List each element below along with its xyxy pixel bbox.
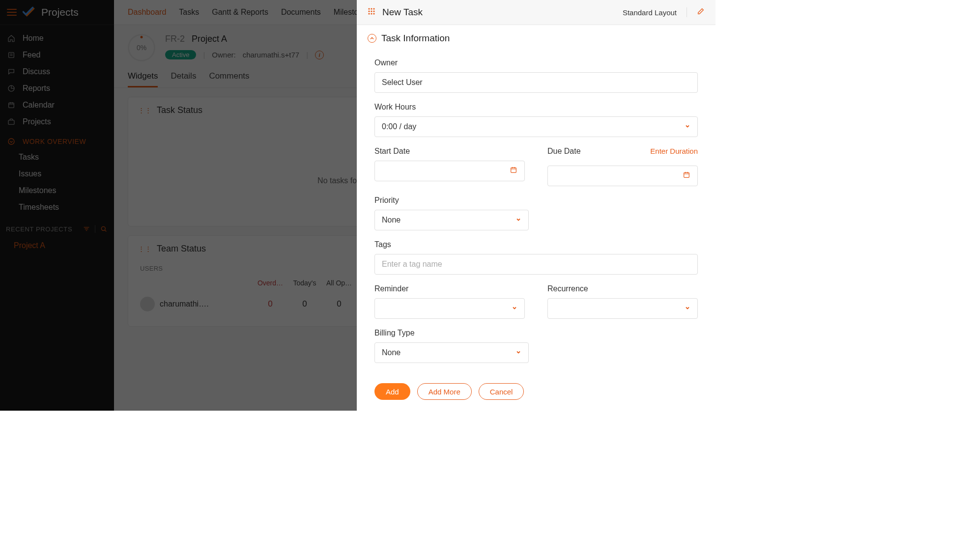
edit-layout-icon[interactable] [697, 7, 705, 17]
panel-body: Owner Select User Work Hours 0:00 / day … [357, 44, 715, 375]
svg-point-9 [368, 10, 370, 12]
svg-point-6 [368, 8, 370, 9]
field-billing-type: Billing Type None [374, 329, 698, 363]
enter-duration-link[interactable]: Enter Duration [650, 147, 698, 155]
panel-header: New Task Standard Layout [357, 0, 715, 25]
svg-point-14 [373, 13, 374, 14]
owner-select[interactable]: Select User [374, 72, 698, 93]
svg-point-12 [368, 13, 370, 14]
chevron-down-icon [515, 348, 521, 357]
svg-point-7 [371, 8, 372, 9]
svg-point-13 [371, 13, 372, 14]
svg-point-10 [371, 10, 372, 12]
calendar-icon [683, 171, 690, 181]
tags-input[interactable]: Enter a tag name [374, 254, 698, 275]
start-date-input[interactable] [374, 161, 525, 181]
apps-grid-icon[interactable] [368, 7, 375, 17]
due-date-input[interactable] [547, 166, 698, 186]
add-button[interactable]: Add [374, 383, 410, 400]
billing-select[interactable]: None [374, 342, 529, 363]
svg-rect-16 [684, 172, 689, 177]
work-hours-select[interactable]: 0:00 / day [374, 116, 698, 137]
svg-point-8 [373, 8, 374, 9]
field-recurrence: Recurrence [547, 284, 698, 319]
field-work-hours: Work Hours 0:00 / day [374, 103, 698, 137]
collapse-up-icon [368, 34, 376, 43]
chevron-down-icon [685, 304, 690, 313]
panel-footer: Add Add More Cancel [357, 375, 715, 411]
calendar-icon [510, 166, 517, 176]
panel-title: New Task [382, 7, 423, 18]
recurrence-select[interactable] [547, 298, 698, 319]
add-more-button[interactable]: Add More [417, 383, 472, 400]
reminder-select[interactable] [374, 298, 525, 319]
layout-selector[interactable]: Standard Layout [623, 8, 677, 17]
field-start-date: Start Date [374, 147, 525, 186]
field-reminder: Reminder [374, 284, 525, 319]
field-owner: Owner Select User [374, 58, 698, 93]
chevron-down-icon [515, 216, 521, 224]
svg-point-11 [373, 10, 374, 12]
svg-rect-15 [511, 168, 516, 172]
new-task-panel: New Task Standard Layout Task Informatio… [357, 0, 715, 411]
section-task-information[interactable]: Task Information [357, 25, 715, 44]
chevron-down-icon [512, 304, 517, 313]
field-due-date: Due Date Enter Duration [547, 147, 698, 186]
chevron-down-icon [685, 122, 690, 131]
cancel-button[interactable]: Cancel [479, 383, 524, 400]
priority-select[interactable]: None [374, 210, 529, 230]
field-tags: Tags Enter a tag name [374, 240, 698, 275]
field-priority: Priority None [374, 196, 698, 230]
